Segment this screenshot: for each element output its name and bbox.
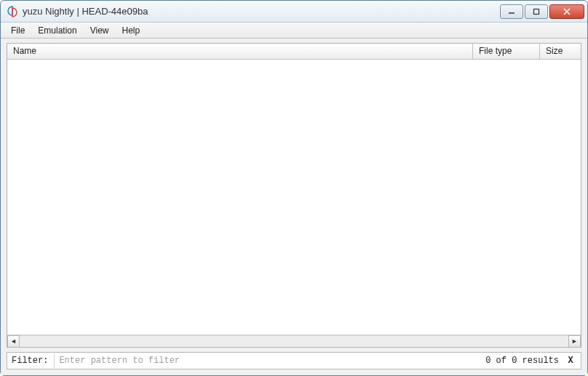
window-title: yuzu Nightly | HEAD-44e09ba	[23, 6, 500, 17]
maximize-button[interactable]	[525, 4, 548, 19]
window-controls	[500, 4, 584, 19]
column-header-size[interactable]: Size	[540, 44, 581, 59]
filter-clear-button[interactable]: X	[565, 356, 576, 366]
scroll-right-arrow-icon[interactable]: ►	[568, 335, 581, 348]
filter-input[interactable]	[54, 353, 480, 368]
minimize-button[interactable]	[500, 4, 523, 19]
horizontal-scrollbar[interactable]: ◄ ►	[7, 335, 581, 347]
menu-bar: File Emulation View Help	[1, 23, 587, 39]
table-body	[7, 60, 581, 335]
menu-help[interactable]: Help	[116, 24, 146, 37]
close-button[interactable]	[549, 4, 584, 19]
menu-view[interactable]: View	[84, 24, 115, 37]
scroll-track[interactable]	[20, 335, 568, 348]
content-area: Name File type Size ◄ ► Filter: 0 of 0 r…	[1, 39, 587, 375]
filter-results: 0 of 0 results	[485, 356, 559, 366]
column-header-file-type[interactable]: File type	[473, 44, 540, 59]
filter-bar: Filter: 0 of 0 results X	[7, 352, 581, 369]
scroll-left-arrow-icon[interactable]: ◄	[7, 335, 20, 348]
app-window: yuzu Nightly | HEAD-44e09ba File Emulati…	[0, 0, 588, 376]
menu-file[interactable]: File	[5, 24, 31, 37]
table-header: Name File type Size	[7, 44, 581, 60]
title-bar[interactable]: yuzu Nightly | HEAD-44e09ba	[1, 1, 587, 23]
yuzu-icon	[7, 6, 18, 17]
column-header-name[interactable]: Name	[7, 44, 473, 59]
menu-emulation[interactable]: Emulation	[32, 24, 82, 37]
game-list: Name File type Size ◄ ►	[7, 43, 581, 348]
filter-label: Filter:	[12, 356, 48, 366]
svg-rect-1	[534, 9, 539, 14]
